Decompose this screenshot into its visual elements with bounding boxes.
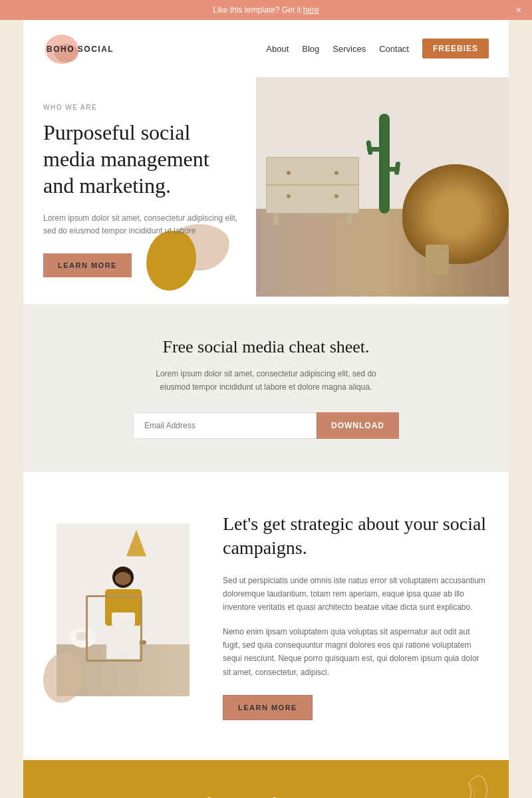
testimonials-title: What our clients say [43, 793, 489, 798]
email-form: DOWNLOAD [133, 412, 399, 439]
freebies-button[interactable]: FREEBIES [422, 39, 489, 59]
deco-right-icon [429, 770, 495, 798]
nav-about[interactable]: About [266, 44, 289, 54]
email-input[interactable] [133, 412, 317, 439]
hero-image [256, 77, 509, 297]
cheat-sheet-description: Lorem ipsum dolor sit amet, consectetur … [146, 368, 386, 393]
top-banner: Like this template? Get it here × [0, 0, 532, 20]
logo-text: BOHO SOCIAL [47, 45, 114, 54]
navbar: BOHO SOCIAL About Blog Services Contact … [23, 20, 509, 77]
cheat-sheet-title: Free social media cheat sheet. [43, 337, 489, 357]
hero-learn-more-button[interactable]: LEARN MORE [43, 253, 132, 277]
main-wrapper: BOHO SOCIAL About Blog Services Contact … [23, 20, 509, 798]
strategic-para1: Sed ut perspiciatis unde omnis iste natu… [223, 574, 489, 614]
banner-text: Like this template? Get it [213, 5, 303, 15]
cheat-sheet-section: Free social media cheat sheet. Lorem ips… [23, 304, 509, 471]
hero-eyebrow: WHO WE ARE [43, 104, 244, 111]
strategic-section: Let's get strategic about your social ca… [23, 472, 509, 761]
nav-links: About Blog Services Contact FREEBIES [266, 39, 489, 59]
hero-description: Lorem ipsum dolor sit amet, consectetur … [43, 212, 244, 237]
nav-contact[interactable]: Contact [379, 44, 409, 54]
strategic-image-area [43, 523, 196, 710]
logo-area: BOHO SOCIAL [43, 32, 114, 65]
banner-link[interactable]: here [303, 5, 319, 15]
hero-section: WHO WE ARE Purposeful social media manag… [23, 77, 509, 304]
nav-blog[interactable]: Blog [302, 44, 319, 54]
testimonials-section: What our clients say Bibendum lacus, nis… [23, 760, 509, 798]
nav-services[interactable]: Services [332, 44, 366, 54]
hero-title: Purposeful social media management and m… [43, 119, 244, 199]
hero-content: WHO WE ARE Purposeful social media manag… [43, 77, 244, 277]
strategic-learn-more-button[interactable]: LEARN MORE [223, 695, 313, 720]
close-banner-button[interactable]: × [516, 5, 521, 15]
download-button[interactable]: DOWNLOAD [317, 412, 399, 439]
hero-image-inner [256, 77, 509, 297]
strategic-title: Let's get strategic about your social ca… [223, 512, 489, 561]
strategic-para2: Nemo enim ipsam voluptatem quia voluptas… [223, 625, 489, 680]
strategic-content: Let's get strategic about your social ca… [223, 512, 489, 721]
